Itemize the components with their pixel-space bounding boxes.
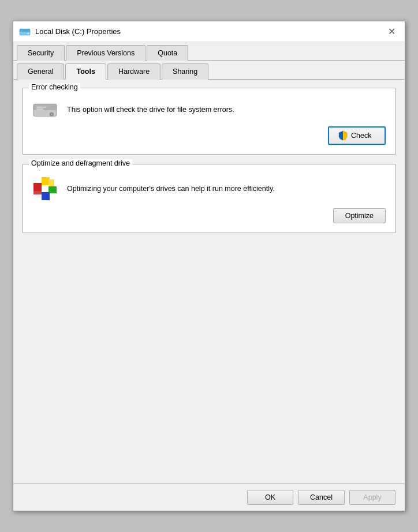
svg-rect-9	[36, 108, 43, 110]
tab-previous-versions[interactable]: Previous Versions	[66, 45, 145, 61]
apply-button[interactable]: Apply	[349, 490, 395, 505]
optimize-content: Optimizing your computer's drives can he…	[32, 176, 386, 201]
tab-sharing[interactable]: Sharing	[162, 63, 208, 80]
tab-quota[interactable]: Quota	[147, 45, 188, 61]
svg-rect-15	[48, 179, 54, 186]
svg-rect-12	[48, 186, 57, 193]
check-button-label: Check	[351, 132, 371, 140]
svg-point-7	[51, 113, 53, 115]
drive-title-icon: C:	[19, 26, 31, 38]
svg-rect-8	[36, 107, 47, 108]
close-button[interactable]: ✕	[384, 24, 399, 39]
error-checking-content: This option will check the drive for fil…	[32, 100, 386, 119]
tab-tools[interactable]: Tools	[65, 63, 106, 80]
tab-content: Error checking This option will check th…	[13, 80, 405, 484]
cancel-button[interactable]: Cancel	[298, 490, 345, 505]
defrag-icon	[32, 176, 58, 201]
title-bar: C: Local Disk (C:) Properties ✕	[13, 21, 405, 42]
shield-uac-icon	[338, 130, 348, 141]
title-bar-left: C: Local Disk (C:) Properties	[19, 26, 121, 38]
svg-rect-11	[42, 177, 50, 185]
hdd-icon	[32, 100, 58, 119]
tab-general[interactable]: General	[17, 63, 64, 80]
optimize-group: Optimize and defragment drive Optimiz	[23, 164, 395, 233]
error-checking-description: This option will check the drive for fil…	[67, 104, 386, 115]
ok-button[interactable]: OK	[247, 490, 293, 505]
svg-text:C:: C:	[21, 30, 23, 33]
properties-window: C: Local Disk (C:) Properties ✕ Security…	[13, 21, 405, 511]
optimize-button[interactable]: Optimize	[333, 208, 386, 223]
error-checking-title: Error checking	[29, 83, 80, 91]
optimize-action: Optimize	[32, 208, 386, 223]
error-checking-action: Check	[32, 126, 386, 145]
optimize-description: Optimizing your computer's drives can he…	[67, 183, 386, 194]
check-button[interactable]: Check	[328, 126, 386, 145]
tab-hardware[interactable]: Hardware	[107, 63, 161, 80]
svg-rect-2	[27, 33, 29, 34]
footer: OK Cancel Apply	[13, 484, 405, 511]
svg-rect-10	[33, 183, 42, 191]
svg-rect-14	[33, 191, 42, 194]
window-title: Local Disk (C:) Properties	[35, 27, 121, 36]
svg-rect-13	[42, 192, 50, 200]
error-checking-group: Error checking This option will check th…	[23, 88, 395, 155]
tab-security[interactable]: Security	[17, 45, 65, 61]
tab-row-2: General Tools Hardware Sharing	[13, 61, 405, 80]
optimize-title: Optimize and defragment drive	[29, 159, 132, 167]
tab-row-1: Security Previous Versions Quota	[13, 42, 405, 61]
